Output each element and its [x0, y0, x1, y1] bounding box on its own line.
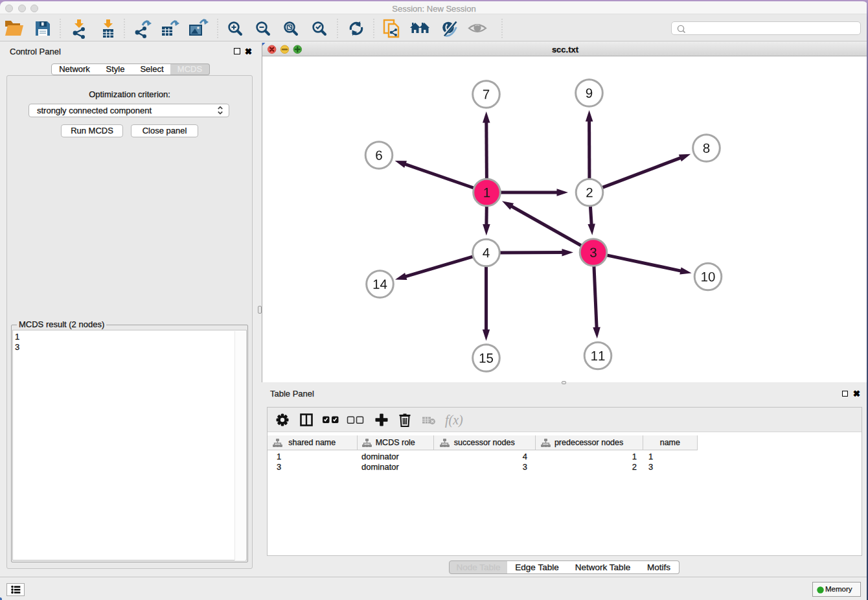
svg-text:f(x): f(x) [445, 413, 463, 428]
